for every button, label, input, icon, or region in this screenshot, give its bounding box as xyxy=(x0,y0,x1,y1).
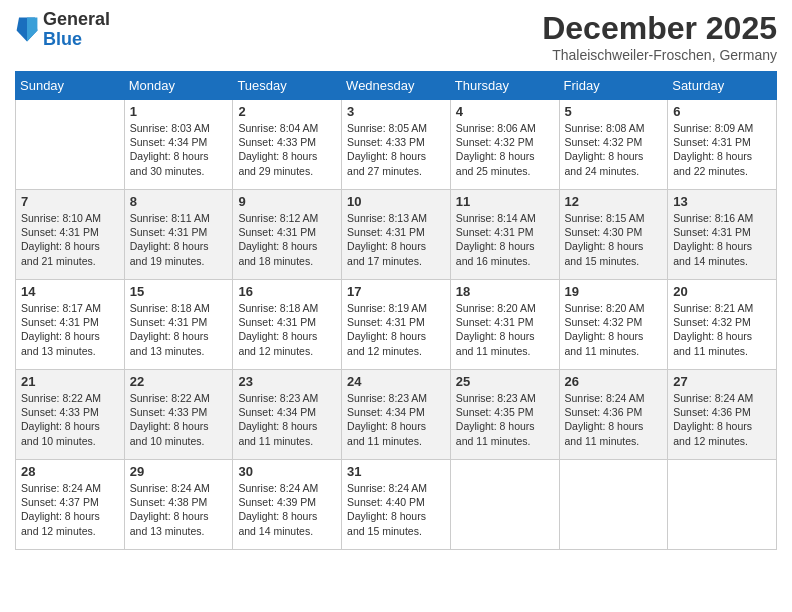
calendar-cell: 27Sunrise: 8:24 AMSunset: 4:36 PMDayligh… xyxy=(668,370,777,460)
day-info: Sunrise: 8:18 AMSunset: 4:31 PMDaylight:… xyxy=(130,301,228,358)
calendar-cell: 3Sunrise: 8:05 AMSunset: 4:33 PMDaylight… xyxy=(342,100,451,190)
calendar-week: 14Sunrise: 8:17 AMSunset: 4:31 PMDayligh… xyxy=(16,280,777,370)
day-info: Sunrise: 8:03 AMSunset: 4:34 PMDaylight:… xyxy=(130,121,228,178)
page-header: General Blue December 2025 Thaleischweil… xyxy=(15,10,777,63)
day-info: Sunrise: 8:08 AMSunset: 4:32 PMDaylight:… xyxy=(565,121,663,178)
day-info: Sunrise: 8:06 AMSunset: 4:32 PMDaylight:… xyxy=(456,121,554,178)
calendar-cell: 23Sunrise: 8:23 AMSunset: 4:34 PMDayligh… xyxy=(233,370,342,460)
day-info: Sunrise: 8:21 AMSunset: 4:32 PMDaylight:… xyxy=(673,301,771,358)
calendar-cell: 21Sunrise: 8:22 AMSunset: 4:33 PMDayligh… xyxy=(16,370,125,460)
calendar-cell: 1Sunrise: 8:03 AMSunset: 4:34 PMDaylight… xyxy=(124,100,233,190)
day-number: 19 xyxy=(565,284,663,299)
day-number: 8 xyxy=(130,194,228,209)
logo-text: General Blue xyxy=(43,10,110,50)
day-info: Sunrise: 8:23 AMSunset: 4:34 PMDaylight:… xyxy=(347,391,445,448)
day-number: 1 xyxy=(130,104,228,119)
calendar-cell: 11Sunrise: 8:14 AMSunset: 4:31 PMDayligh… xyxy=(450,190,559,280)
day-info: Sunrise: 8:20 AMSunset: 4:32 PMDaylight:… xyxy=(565,301,663,358)
day-number: 24 xyxy=(347,374,445,389)
day-info: Sunrise: 8:09 AMSunset: 4:31 PMDaylight:… xyxy=(673,121,771,178)
day-info: Sunrise: 8:15 AMSunset: 4:30 PMDaylight:… xyxy=(565,211,663,268)
header-day: Sunday xyxy=(16,72,125,100)
logo-blue: Blue xyxy=(43,30,110,50)
day-number: 31 xyxy=(347,464,445,479)
day-number: 5 xyxy=(565,104,663,119)
header-day: Thursday xyxy=(450,72,559,100)
day-number: 9 xyxy=(238,194,336,209)
header-day: Tuesday xyxy=(233,72,342,100)
day-number: 13 xyxy=(673,194,771,209)
calendar-cell: 4Sunrise: 8:06 AMSunset: 4:32 PMDaylight… xyxy=(450,100,559,190)
day-number: 21 xyxy=(21,374,119,389)
calendar-cell: 25Sunrise: 8:23 AMSunset: 4:35 PMDayligh… xyxy=(450,370,559,460)
day-info: Sunrise: 8:19 AMSunset: 4:31 PMDaylight:… xyxy=(347,301,445,358)
day-number: 17 xyxy=(347,284,445,299)
calendar-cell: 13Sunrise: 8:16 AMSunset: 4:31 PMDayligh… xyxy=(668,190,777,280)
day-number: 26 xyxy=(565,374,663,389)
location: Thaleischweiler-Froschen, Germany xyxy=(542,47,777,63)
day-info: Sunrise: 8:24 AMSunset: 4:36 PMDaylight:… xyxy=(673,391,771,448)
day-number: 11 xyxy=(456,194,554,209)
day-number: 12 xyxy=(565,194,663,209)
logo: General Blue xyxy=(15,10,110,50)
calendar-cell: 24Sunrise: 8:23 AMSunset: 4:34 PMDayligh… xyxy=(342,370,451,460)
day-info: Sunrise: 8:24 AMSunset: 4:37 PMDaylight:… xyxy=(21,481,119,538)
calendar-cell: 8Sunrise: 8:11 AMSunset: 4:31 PMDaylight… xyxy=(124,190,233,280)
day-info: Sunrise: 8:05 AMSunset: 4:33 PMDaylight:… xyxy=(347,121,445,178)
day-info: Sunrise: 8:16 AMSunset: 4:31 PMDaylight:… xyxy=(673,211,771,268)
calendar-cell: 30Sunrise: 8:24 AMSunset: 4:39 PMDayligh… xyxy=(233,460,342,550)
calendar-cell xyxy=(16,100,125,190)
day-info: Sunrise: 8:24 AMSunset: 4:36 PMDaylight:… xyxy=(565,391,663,448)
title-section: December 2025 Thaleischweiler-Froschen, … xyxy=(542,10,777,63)
header-row: SundayMondayTuesdayWednesdayThursdayFrid… xyxy=(16,72,777,100)
calendar-header: SundayMondayTuesdayWednesdayThursdayFrid… xyxy=(16,72,777,100)
day-number: 30 xyxy=(238,464,336,479)
day-info: Sunrise: 8:23 AMSunset: 4:35 PMDaylight:… xyxy=(456,391,554,448)
day-number: 14 xyxy=(21,284,119,299)
calendar-cell: 18Sunrise: 8:20 AMSunset: 4:31 PMDayligh… xyxy=(450,280,559,370)
day-info: Sunrise: 8:10 AMSunset: 4:31 PMDaylight:… xyxy=(21,211,119,268)
day-info: Sunrise: 8:24 AMSunset: 4:40 PMDaylight:… xyxy=(347,481,445,538)
calendar-cell: 15Sunrise: 8:18 AMSunset: 4:31 PMDayligh… xyxy=(124,280,233,370)
calendar-cell: 12Sunrise: 8:15 AMSunset: 4:30 PMDayligh… xyxy=(559,190,668,280)
day-info: Sunrise: 8:24 AMSunset: 4:38 PMDaylight:… xyxy=(130,481,228,538)
header-day: Wednesday xyxy=(342,72,451,100)
calendar-cell: 20Sunrise: 8:21 AMSunset: 4:32 PMDayligh… xyxy=(668,280,777,370)
calendar-cell: 29Sunrise: 8:24 AMSunset: 4:38 PMDayligh… xyxy=(124,460,233,550)
day-number: 18 xyxy=(456,284,554,299)
calendar-cell xyxy=(450,460,559,550)
calendar-cell: 2Sunrise: 8:04 AMSunset: 4:33 PMDaylight… xyxy=(233,100,342,190)
day-number: 23 xyxy=(238,374,336,389)
calendar-week: 21Sunrise: 8:22 AMSunset: 4:33 PMDayligh… xyxy=(16,370,777,460)
logo-general: General xyxy=(43,10,110,30)
day-info: Sunrise: 8:04 AMSunset: 4:33 PMDaylight:… xyxy=(238,121,336,178)
day-number: 4 xyxy=(456,104,554,119)
day-number: 16 xyxy=(238,284,336,299)
calendar-cell: 6Sunrise: 8:09 AMSunset: 4:31 PMDaylight… xyxy=(668,100,777,190)
day-number: 25 xyxy=(456,374,554,389)
calendar-cell: 26Sunrise: 8:24 AMSunset: 4:36 PMDayligh… xyxy=(559,370,668,460)
day-number: 22 xyxy=(130,374,228,389)
header-day: Monday xyxy=(124,72,233,100)
day-number: 27 xyxy=(673,374,771,389)
calendar-cell: 17Sunrise: 8:19 AMSunset: 4:31 PMDayligh… xyxy=(342,280,451,370)
day-number: 3 xyxy=(347,104,445,119)
day-info: Sunrise: 8:23 AMSunset: 4:34 PMDaylight:… xyxy=(238,391,336,448)
calendar-cell: 28Sunrise: 8:24 AMSunset: 4:37 PMDayligh… xyxy=(16,460,125,550)
header-day: Friday xyxy=(559,72,668,100)
day-info: Sunrise: 8:13 AMSunset: 4:31 PMDaylight:… xyxy=(347,211,445,268)
day-info: Sunrise: 8:12 AMSunset: 4:31 PMDaylight:… xyxy=(238,211,336,268)
calendar-week: 28Sunrise: 8:24 AMSunset: 4:37 PMDayligh… xyxy=(16,460,777,550)
day-number: 20 xyxy=(673,284,771,299)
month-title: December 2025 xyxy=(542,10,777,47)
calendar-table: SundayMondayTuesdayWednesdayThursdayFrid… xyxy=(15,71,777,550)
day-number: 29 xyxy=(130,464,228,479)
calendar-cell: 19Sunrise: 8:20 AMSunset: 4:32 PMDayligh… xyxy=(559,280,668,370)
calendar-cell: 14Sunrise: 8:17 AMSunset: 4:31 PMDayligh… xyxy=(16,280,125,370)
svg-marker-1 xyxy=(27,17,37,41)
day-info: Sunrise: 8:22 AMSunset: 4:33 PMDaylight:… xyxy=(130,391,228,448)
day-info: Sunrise: 8:17 AMSunset: 4:31 PMDaylight:… xyxy=(21,301,119,358)
calendar-cell: 5Sunrise: 8:08 AMSunset: 4:32 PMDaylight… xyxy=(559,100,668,190)
day-info: Sunrise: 8:24 AMSunset: 4:39 PMDaylight:… xyxy=(238,481,336,538)
header-day: Saturday xyxy=(668,72,777,100)
